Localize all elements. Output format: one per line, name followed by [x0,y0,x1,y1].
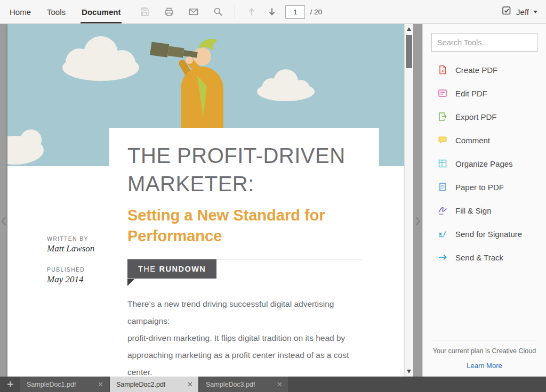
new-tab-icon[interactable] [0,377,20,392]
tool-item-organize-pages[interactable]: Organize Pages [437,152,546,175]
tab-label: SampleDoc1.pdf [27,381,76,388]
user-name: Jeff [516,7,529,17]
tool-label: Fill & Sign [455,206,492,215]
title-line-1: THE PROFIT-DRIVEN [127,142,346,170]
print-icon[interactable] [163,6,175,18]
page-nav-group [246,6,278,18]
vertical-scrollbar[interactable] [404,24,413,377]
export-pdf-icon [437,111,448,123]
page-count-label: / 20 [310,8,322,16]
close-tab-icon[interactable] [97,381,104,388]
tool-label: Send & Track [455,253,503,262]
tool-item-send-track[interactable]: Send & Track [437,246,546,269]
written-by-label: WRITTEN BY [47,235,116,242]
paper-to-pdf-icon [437,181,448,193]
document-tab-bar: SampleDoc1.pdf SampleDoc2.pdf SampleDoc3… [0,377,546,392]
close-tab-icon[interactable] [186,381,194,388]
body-text: There’s a new trend driving successful d… [127,296,374,377]
tab-sampledoc2[interactable]: SampleDoc2.pdf [110,377,198,392]
tool-item-fill-sign[interactable]: Fill & Sign [437,199,546,222]
plan-text: Your current plan is Creative Cloud [431,347,537,355]
tool-label: Edit PDF [455,89,487,98]
save-icon[interactable] [139,6,150,18]
tool-list: Create PDF Edit PDF Export PDF Comment [423,56,546,269]
tab-sampledoc3[interactable]: SampleDoc3.pdf [199,377,288,392]
user-avatar-icon [501,5,512,18]
menu-tools[interactable]: Tools [46,0,67,23]
acrobat-window: Home Tools Document [0,0,546,392]
rundown-word: RUNDOWN [159,265,206,273]
scroll-up-arrow-icon[interactable] [407,27,411,31]
organize-pages-icon [437,158,448,169]
page-down-icon[interactable] [266,6,278,18]
tool-label: Comment [455,136,490,145]
comment-icon [437,134,448,146]
tool-label: Create PDF [455,66,497,75]
scrollbar-thumb[interactable] [406,35,412,68]
author-name: Matt Lawson [47,243,116,254]
search-tools-input[interactable] [431,33,537,52]
rundown-the: THE [138,265,156,273]
tool-label: Organize Pages [455,159,513,168]
rundown-badge: THE RUNDOWN [127,259,216,279]
subtitle-line-1: Setting a New Standard for [127,205,325,226]
byline-block: WRITTEN BY Matt Lawson PUBLISHED May 201… [47,235,116,285]
rundown-section: THE RUNDOWN [127,259,362,279]
user-menu[interactable]: Jeff [501,5,546,18]
body-line: There’s a new trend driving successful d… [127,296,374,330]
tool-item-paper-to-pdf[interactable]: Paper to PDF [437,175,546,199]
panel-footer: Your current plan is Creative Cloud Lear… [431,340,537,370]
email-icon[interactable] [188,6,199,18]
tools-panel: Create PDF Edit PDF Export PDF Comment [422,24,546,377]
tool-item-send-for-signature[interactable]: Send for Signature [437,222,546,246]
page-number-input[interactable] [285,5,305,19]
tab-sampledoc1[interactable]: SampleDoc1.pdf [20,377,109,392]
tool-label: Paper to PDF [455,183,504,192]
document-subtitle: Setting a New Standard for Performance [127,205,325,247]
published-date: May 2014 [47,274,116,285]
edit-pdf-icon [437,87,448,99]
learn-more-link[interactable]: Learn More [467,362,502,370]
tab-label: SampleDoc2.pdf [116,381,165,388]
toolbar-icon-group [139,6,224,18]
tool-label: Send for Signature [455,230,522,239]
tool-item-export-pdf[interactable]: Export PDF [437,105,546,128]
send-for-signature-icon [437,228,448,240]
create-pdf-icon [437,64,448,76]
tool-item-create-pdf[interactable]: Create PDF [437,58,546,81]
page-up-icon[interactable] [246,6,258,18]
menu-document[interactable]: Document [81,0,122,23]
title-line-2: MARKETER: [127,170,346,198]
tool-item-edit-pdf[interactable]: Edit PDF [437,81,546,105]
document-viewer: THE PROFIT-DRIVEN MARKETER: Setting a Ne… [0,24,422,377]
top-toolbar: Home Tools Document [0,0,546,24]
tool-item-comment[interactable]: Comment [437,128,546,152]
published-label: PUBLISHED [47,266,116,273]
fill-sign-icon [437,205,448,216]
toolbar-separator [235,5,235,18]
close-tab-icon[interactable] [276,381,283,388]
previous-page-chevron-icon[interactable] [1,216,7,226]
document-title: THE PROFIT-DRIVEN MARKETER: [127,142,346,198]
rundown-badge-tail [127,279,134,286]
next-page-chevron-icon[interactable] [415,216,421,226]
tool-label: Export PDF [455,112,497,121]
body-line: approaching marketing as a profit center… [127,347,374,377]
caret-down-icon [533,11,537,13]
tab-label: SampleDoc3.pdf [206,381,255,388]
body-line: profit-driven marketing. It flips digita… [127,330,374,347]
scroll-down-arrow-icon[interactable] [407,370,411,373]
subtitle-line-2: Performance [127,226,325,247]
pdf-page: THE PROFIT-DRIVEN MARKETER: Setting a Ne… [7,24,404,377]
hand [186,56,193,64]
menu-home[interactable]: Home [9,0,32,23]
send-track-icon [437,251,448,263]
search-icon[interactable] [212,6,224,18]
